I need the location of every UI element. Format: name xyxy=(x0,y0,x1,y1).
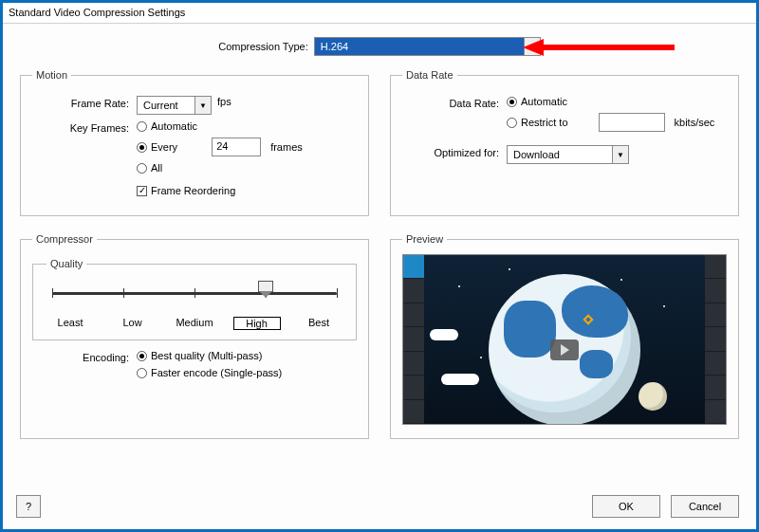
keyframes-every-label: Every xyxy=(151,141,177,153)
preview-video[interactable] xyxy=(402,254,727,425)
radio-icon xyxy=(507,97,517,107)
quality-legend: Quality xyxy=(46,258,86,269)
data-rate-restrict-input[interactable] xyxy=(599,113,665,132)
keyframes-every-input[interactable]: 24 xyxy=(212,138,261,156)
help-button[interactable]: ? xyxy=(16,495,41,518)
frame-reordering-label: Frame Reordering xyxy=(151,185,235,196)
keyframes-all-radio[interactable]: All xyxy=(137,162,303,174)
data-rate-label: Data Rate: xyxy=(402,96,507,109)
frame-reordering-checkbox[interactable]: Frame Reordering xyxy=(137,185,303,196)
preview-group: Preview xyxy=(390,233,739,439)
ok-button[interactable]: OK xyxy=(592,495,660,518)
quality-tick-high: High xyxy=(233,317,281,330)
quality-tick-least: Least xyxy=(46,317,94,330)
frame-rate-dropdown[interactable]: Current ▼ xyxy=(137,96,212,115)
data-rate-automatic-label: Automatic xyxy=(521,96,567,107)
chevron-down-icon: ▼ xyxy=(524,38,540,55)
app-icon[interactable] xyxy=(403,255,424,279)
keyframes-every-radio[interactable]: Every 24 frames xyxy=(137,138,303,156)
compressor-legend: Compressor xyxy=(32,233,97,245)
encoding-best-label: Best quality (Multi-pass) xyxy=(151,350,262,361)
encoding-label: Encoding: xyxy=(32,350,137,363)
optimized-for-dropdown[interactable]: Download ▼ xyxy=(507,145,629,164)
title-bar: Standard Video Compression Settings xyxy=(3,3,756,24)
quality-tick-low: Low xyxy=(109,317,157,330)
radio-icon xyxy=(137,351,147,361)
play-button[interactable] xyxy=(550,339,579,360)
frame-rate-suffix: fps xyxy=(217,96,231,107)
motion-legend: Motion xyxy=(32,69,71,81)
radio-icon xyxy=(137,142,147,153)
chevron-down-icon: ▼ xyxy=(194,97,211,114)
data-rate-legend: Data Rate xyxy=(402,69,457,81)
optimized-for-label: Optimized for: xyxy=(402,145,507,158)
compressor-group: Compressor Quality Least Low xyxy=(20,233,369,439)
data-rate-restrict-suffix: kbits/sec xyxy=(675,117,715,128)
radio-icon xyxy=(137,368,147,378)
compression-type-value: H.264 xyxy=(315,38,524,55)
radio-icon xyxy=(137,163,147,174)
compression-type-label: Compression Type: xyxy=(218,41,308,52)
encoding-faster-label: Faster encode (Single-pass) xyxy=(151,367,282,378)
quality-group: Quality Least Low Medium Hig xyxy=(32,258,357,340)
preview-right-toolbar xyxy=(705,255,726,424)
data-rate-restrict-label: Restrict to xyxy=(521,117,568,128)
window-title: Standard Video Compression Settings xyxy=(9,7,185,18)
annotation-arrow-icon xyxy=(523,33,684,62)
keyframes-all-label: All xyxy=(151,162,162,174)
preview-legend: Preview xyxy=(402,233,447,245)
keyframes-automatic-label: Automatic xyxy=(151,120,197,132)
slider-tick xyxy=(337,288,338,298)
radio-icon xyxy=(137,121,147,132)
key-frames-label: Key Frames: xyxy=(32,120,137,134)
keyframes-every-suffix: frames xyxy=(270,141,303,153)
motion-group: Motion Frame Rate: Current ▼ fps Key Fra… xyxy=(20,69,369,216)
encoding-best-radio[interactable]: Best quality (Multi-pass) xyxy=(137,350,282,361)
checkbox-icon xyxy=(137,186,147,196)
quality-slider[interactable] xyxy=(52,288,337,315)
data-rate-group: Data Rate Data Rate: Automatic Restrict … xyxy=(390,69,739,216)
radio-icon xyxy=(507,118,517,128)
dialog-window: Standard Video Compression Settings Comp… xyxy=(0,0,759,532)
quality-tick-medium: Medium xyxy=(171,317,218,330)
moon-icon xyxy=(639,382,667,411)
slider-tick xyxy=(52,288,53,298)
chevron-down-icon: ▼ xyxy=(612,146,628,163)
keyframes-automatic-radio[interactable]: Automatic xyxy=(137,120,303,132)
frame-rate-value: Current xyxy=(138,98,194,113)
slider-tick xyxy=(123,288,124,298)
cancel-label: Cancel xyxy=(689,501,721,512)
slider-thumb[interactable] xyxy=(258,281,273,292)
preview-stage xyxy=(424,255,705,424)
data-rate-automatic-radio[interactable]: Automatic xyxy=(507,96,714,107)
optimized-for-value: Download xyxy=(508,147,612,162)
preview-left-toolbar xyxy=(403,255,424,424)
ok-label: OK xyxy=(619,501,634,512)
frame-rate-label: Frame Rate: xyxy=(32,96,137,109)
data-rate-restrict-radio[interactable]: Restrict to kbits/sec xyxy=(507,113,714,132)
encoding-faster-radio[interactable]: Faster encode (Single-pass) xyxy=(137,367,282,378)
compression-type-dropdown[interactable]: H.264 ▼ xyxy=(314,37,541,56)
quality-tick-best: Best xyxy=(295,317,342,330)
cancel-button[interactable]: Cancel xyxy=(671,495,739,518)
slider-tick xyxy=(194,288,195,298)
help-label: ? xyxy=(26,501,31,512)
